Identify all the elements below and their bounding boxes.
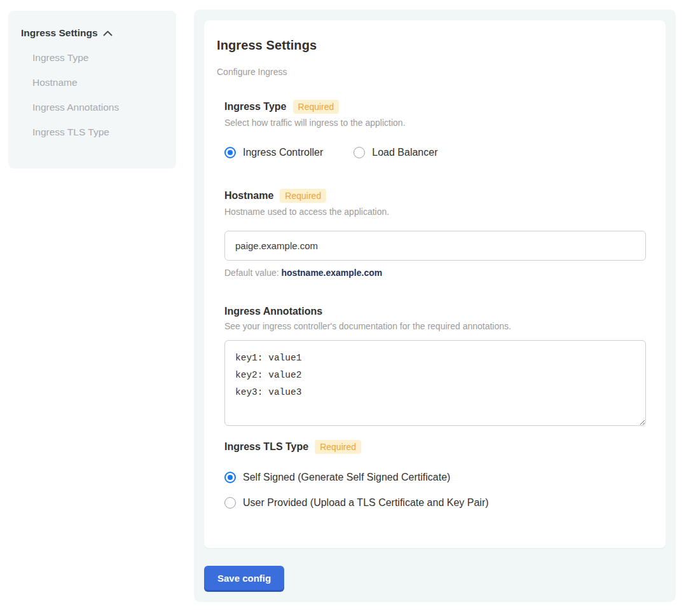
required-badge: Required xyxy=(315,440,361,454)
radio-label: Load Balancer xyxy=(372,147,437,158)
section-help-ingress-annotations: See your ingress controller's documentat… xyxy=(224,321,645,331)
radio-option-user-provided[interactable]: User Provided (Upload a TLS Certificate … xyxy=(224,497,645,509)
ingress-settings-card: Ingress Settings Configure Ingress Ingre… xyxy=(204,20,666,548)
sidebar-item-hostname[interactable]: Hostname xyxy=(21,70,163,95)
ingress-annotations-textarea[interactable]: key1: value1 key2: value2 key3: value3 xyxy=(224,340,646,426)
radio-button-ingress-controller[interactable] xyxy=(224,147,236,158)
section-ingress-annotations: Ingress Annotations See your ingress con… xyxy=(224,306,645,426)
sidebar-item-ingress-type[interactable]: Ingress Type xyxy=(21,45,163,70)
ingress-type-radio-group: Ingress Controller Load Balancer xyxy=(224,147,645,158)
radio-button-self-signed[interactable] xyxy=(224,472,236,483)
section-hostname: Hostname Required Hostname used to acces… xyxy=(224,189,645,278)
default-value-label: Default value: xyxy=(224,268,282,278)
card-title: Ingress Settings xyxy=(217,38,645,53)
sidebar-item-ingress-annotations[interactable]: Ingress Annotations xyxy=(21,95,163,120)
radio-option-self-signed[interactable]: Self Signed (Generate Self Signed Certif… xyxy=(224,472,645,483)
hostname-input[interactable] xyxy=(224,231,646,261)
save-config-button[interactable]: Save config xyxy=(204,566,284,590)
ingress-tls-radio-group: Self Signed (Generate Self Signed Certif… xyxy=(224,472,645,509)
sidebar-item-ingress-tls-type[interactable]: Ingress TLS Type xyxy=(21,120,163,144)
sidebar-group-ingress-settings[interactable]: Ingress Settings xyxy=(21,27,163,39)
section-ingress-tls-type: Ingress TLS Type Required Self Signed (G… xyxy=(224,440,645,509)
section-help-hostname: Hostname used to access the application. xyxy=(224,207,645,217)
hostname-default-value: Default value: hostname.example.com xyxy=(224,268,645,278)
default-value-text: hostname.example.com xyxy=(282,268,383,278)
radio-option-load-balancer[interactable]: Load Balancer xyxy=(353,147,437,158)
sidebar-group-label: Ingress Settings xyxy=(21,27,98,39)
config-panel: Ingress Settings Configure Ingress Ingre… xyxy=(194,10,676,602)
card-subtitle: Configure Ingress xyxy=(217,67,645,77)
section-title-ingress-tls-type: Ingress TLS Type xyxy=(224,441,308,453)
section-title-hostname: Hostname xyxy=(224,190,273,202)
required-badge: Required xyxy=(293,100,340,114)
radio-option-ingress-controller[interactable]: Ingress Controller xyxy=(224,147,323,158)
form-sections: Ingress Type Required Select how traffic… xyxy=(224,100,645,509)
section-ingress-type: Ingress Type Required Select how traffic… xyxy=(224,100,645,158)
radio-label: Self Signed (Generate Self Signed Certif… xyxy=(243,472,450,483)
section-title-ingress-type: Ingress Type xyxy=(224,101,287,113)
section-title-ingress-annotations: Ingress Annotations xyxy=(224,306,322,317)
radio-label: User Provided (Upload a TLS Certificate … xyxy=(243,497,489,509)
sidebar-item-list: Ingress Type Hostname Ingress Annotation… xyxy=(21,45,163,144)
required-badge: Required xyxy=(280,189,326,203)
radio-button-load-balancer[interactable] xyxy=(353,147,365,158)
section-help-ingress-type: Select how traffic will ingress to the a… xyxy=(224,118,645,128)
radio-button-user-provided[interactable] xyxy=(224,497,236,509)
config-sidebar: Ingress Settings Ingress Type Hostname I… xyxy=(8,11,176,168)
radio-label: Ingress Controller xyxy=(243,147,323,158)
chevron-up-icon xyxy=(103,27,113,39)
